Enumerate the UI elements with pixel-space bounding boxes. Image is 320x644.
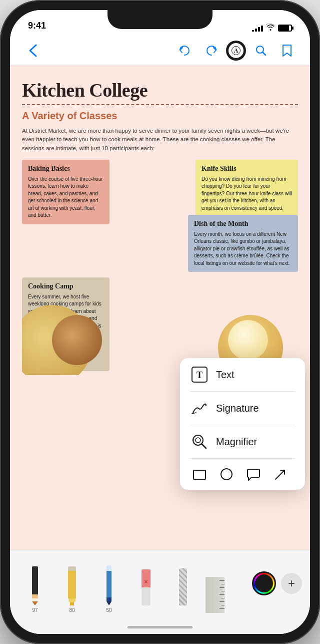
redo-button[interactable]	[200, 40, 222, 62]
bottom-toolbar: 97 80	[10, 550, 310, 620]
svg-text:A: A	[234, 47, 238, 54]
card-dish-body: Every month, we focus on a different New…	[194, 231, 292, 267]
card-dish-of-month: Dish of the Month Every month, we focus …	[188, 215, 298, 272]
card-knife-skills: Knife Skills Do you know dicing from min…	[196, 160, 298, 217]
right-controls: +	[252, 571, 302, 599]
pencil-value: 97	[32, 607, 38, 613]
doc-title: Kitchen College	[22, 79, 298, 101]
bookmark-button[interactable]	[276, 40, 298, 62]
popup-text-item[interactable]: T Text	[180, 360, 305, 389]
card-knife-skills-title: Knife Skills	[202, 165, 292, 173]
battery-icon	[278, 25, 292, 32]
svg-text:T: T	[196, 370, 202, 380]
card-dish-title: Dish of the Month	[194, 220, 292, 228]
phone-screen: 9:41	[10, 10, 310, 634]
color-picker-button[interactable]	[252, 571, 276, 595]
back-button[interactable]	[22, 40, 44, 62]
toolbar: A	[10, 36, 310, 65]
marker-tool[interactable]: 80	[55, 558, 89, 613]
pen-visual	[106, 565, 112, 605]
card-baking-basics-body: Over the course of five three-hour lesso…	[28, 176, 104, 219]
marker-visual	[68, 566, 76, 605]
signal-bar-1	[252, 30, 254, 32]
doc-intro: At District Market, we are more than hap…	[22, 127, 298, 153]
markup-button[interactable]: A	[226, 41, 246, 61]
title-section: Kitchen College	[22, 79, 298, 105]
magnifier-icon	[190, 432, 209, 451]
svg-point-5	[193, 435, 203, 445]
rectangle-shape-button[interactable]	[190, 465, 209, 484]
home-indicator	[10, 620, 310, 634]
phone-frame: 9:41	[0, 0, 320, 644]
card-baking-basics: Baking Basics Over the course of five th…	[22, 160, 110, 224]
speech-bubble-shape-button[interactable]	[244, 465, 263, 484]
pencil-visual	[32, 566, 38, 605]
food-decoration-4	[228, 320, 268, 360]
search-button[interactable]	[250, 40, 272, 62]
text-icon: T	[190, 365, 209, 384]
popup-divider-2	[190, 425, 295, 425]
status-time: 9:41	[28, 21, 46, 32]
pen-tool[interactable]: 50	[92, 558, 126, 613]
marker-value: 80	[69, 607, 74, 613]
eraser-visual: ×	[142, 569, 150, 605]
wifi-icon	[266, 24, 275, 32]
card-knife-skills-body: Do you know dicing from mincing from cho…	[202, 176, 292, 212]
signal-bar-2	[255, 29, 257, 32]
undo-button[interactable]	[174, 40, 196, 62]
popup-divider-1	[190, 391, 295, 392]
circle-shape-button[interactable]	[217, 465, 236, 484]
add-tool-button[interactable]: +	[281, 573, 302, 594]
battery-fill	[279, 26, 289, 31]
signal-bar-3	[258, 27, 260, 32]
text-label: Text	[216, 369, 234, 381]
svg-point-6	[196, 438, 200, 443]
popup-divider-3	[190, 458, 295, 459]
popup-shapes	[180, 461, 305, 488]
signature-label: Signature	[216, 403, 259, 414]
svg-rect-7	[194, 470, 206, 479]
doc-subtitle: A Variety of Classes	[22, 110, 298, 122]
stamp-tool[interactable]: 0	[166, 558, 200, 613]
drawing-tools: 97 80	[18, 558, 250, 613]
svg-point-8	[221, 469, 232, 480]
popup-magnifier-item[interactable]: Magnifier	[180, 427, 305, 456]
signal-bars-icon	[252, 25, 263, 32]
ruler-visual	[206, 577, 224, 613]
arrow-shape-button[interactable]	[271, 465, 290, 484]
stamp-visual	[179, 568, 187, 605]
color-wheel-center	[255, 574, 273, 592]
eraser-tool[interactable]: × 0	[129, 558, 163, 613]
food-decoration-2	[52, 315, 102, 365]
magnifier-label: Magnifier	[216, 436, 257, 448]
popup-signature-item[interactable]: Signature	[180, 394, 305, 423]
popup-menu: T Text Signature	[180, 358, 305, 490]
notch	[108, 10, 212, 29]
ruler-tool[interactable]	[203, 558, 227, 613]
card-baking-basics-title: Baking Basics	[28, 165, 104, 173]
home-bar	[128, 626, 192, 628]
signature-icon	[190, 399, 209, 418]
signal-bar-4	[261, 26, 263, 32]
cards-area: Baking Basics Over the course of five th…	[22, 160, 298, 375]
markup-icon: A	[228, 43, 244, 58]
pen-value: 50	[106, 607, 112, 613]
status-icons	[252, 24, 292, 32]
pencil-tool[interactable]: 97	[18, 558, 52, 613]
content-area: Kitchen College A Variety of Classes At …	[10, 65, 310, 550]
